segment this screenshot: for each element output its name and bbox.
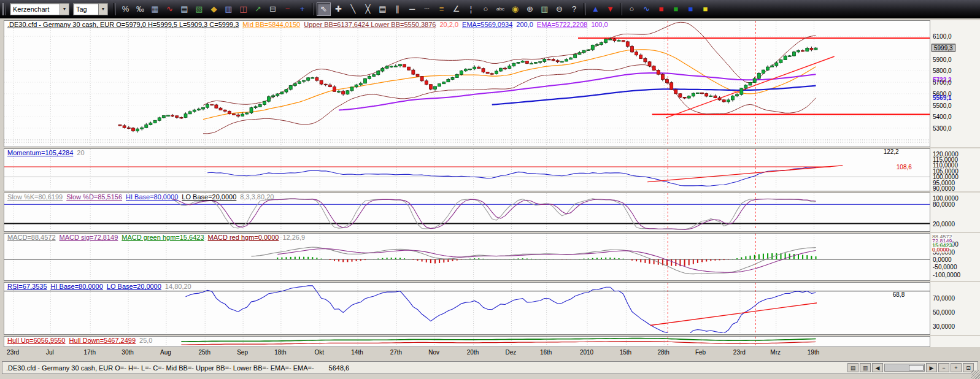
hatch-tool-icon[interactable]: ▤ (376, 2, 390, 16)
page-view-icon[interactable]: ▤ (847, 363, 858, 372)
momentum-plot-area: 122,2108,6Momentum=105,428420 (4, 148, 930, 191)
macd-plot-area: MACD=88,4572MACD sig=72,8149MACD green h… (4, 233, 930, 281)
grid-toggle-icon[interactable]: ▦ (148, 2, 162, 16)
color-yellow-icon[interactable]: ■ (698, 2, 712, 16)
chart-type-select[interactable]: Kerzenchart ▼ (10, 3, 69, 15)
zoom-out-icon[interactable]: ⊖ (552, 2, 566, 16)
main-plot-canvas[interactable] (4, 21, 930, 145)
window-resize-grip[interactable] (971, 370, 980, 379)
pointer-tool-icon[interactable]: ⇖ (317, 2, 331, 16)
zoom-in-icon[interactable]: ⊕ (523, 2, 537, 16)
axis-label: -50,0000 (933, 264, 957, 270)
date-label: 27th (390, 349, 402, 356)
ema200-value-tag: 5569,1 (933, 94, 952, 101)
zoom-in-icon[interactable]: + (951, 363, 962, 372)
scroll-left-icon[interactable]: ◀ (872, 363, 883, 372)
color-blue-icon[interactable]: ■ (684, 2, 698, 16)
status-value: 5648,6 (329, 364, 350, 372)
line-value-label: 122,2 (884, 148, 899, 155)
date-label: Sep (237, 349, 248, 356)
candle-style-icon[interactable]: ◫ (236, 2, 250, 16)
measure-tool-icon[interactable]: ¦ (464, 2, 478, 16)
date-label: 2010 (580, 349, 593, 356)
axis-label: -100,0000 (933, 271, 960, 278)
header-segment: HI Base=80,0000 (126, 193, 178, 201)
hull-panel: Hull Up=6056,9550Hull Down=5467,249925,0 (4, 336, 980, 347)
rsi-panel: 68,8RSI=67,3535HI Base=80,0000LO Base=20… (4, 282, 980, 335)
date-label: 25th (199, 349, 210, 356)
zoom-out-icon[interactable]: − (938, 363, 949, 372)
period-select[interactable]: Tag ▼ (73, 3, 108, 15)
hand-tool-icon[interactable]: ✚ (331, 2, 345, 16)
price-plot-area: .DE30.cfd - Germany 30 cash, EUR O=5979,… (4, 20, 930, 147)
hull-yaxis (930, 336, 980, 347)
axis-label: 5400,0 (933, 113, 952, 120)
momentum-header: Momentum=105,428420 (7, 149, 88, 156)
date-label: Okt (314, 349, 324, 356)
momentum-plot-canvas[interactable] (4, 149, 930, 190)
arrow-up-marker-icon[interactable]: ▲ (588, 2, 603, 16)
watchlist-icon[interactable]: ▥ (222, 2, 236, 16)
rsi-yaxis: 70,000050,000030,0000 (930, 282, 980, 335)
angle-tool-icon[interactable]: ∠ (449, 2, 463, 16)
chart-list-icon[interactable]: ▥ (860, 363, 871, 372)
date-label: 30th (122, 349, 133, 356)
rsi-plot-canvas[interactable] (4, 283, 930, 333)
axis-label: 30,0000 (933, 323, 955, 329)
text-tool-icon[interactable]: abc (493, 2, 507, 16)
circle-marker-icon[interactable]: ○ (625, 2, 639, 16)
remove-indicator-icon[interactable]: − (280, 2, 295, 16)
axis-label: 6100,0 (933, 33, 952, 40)
add-indicator-icon[interactable]: + (295, 2, 309, 16)
indicator-subwindow-icon[interactable]: ⊟ (266, 2, 280, 16)
header-segment: Hull Up=6056,9550 (7, 337, 66, 344)
axis-label: 5900,0 (933, 56, 952, 63)
header-segment: Slow %K=80,6199 (7, 193, 63, 201)
color-green-icon[interactable]: ■ (669, 2, 683, 16)
date-axis: 23rdJul17th30thAug25thSep18thOkt14th27th… (4, 347, 930, 358)
scale-permille-icon[interactable]: ‰ (133, 2, 147, 16)
trendline-tool-icon[interactable]: ╲ (346, 2, 360, 16)
header-segment: HI Base=80,0000 (51, 283, 103, 290)
arrow-down-marker-icon[interactable]: ▼ (603, 2, 617, 16)
chart-page-icon[interactable]: ▤ (177, 2, 191, 16)
chart-snapshot-icon[interactable]: ▥ (538, 2, 552, 16)
header-segment: MACD sig=72,8149 (60, 234, 118, 241)
stochastic-panel: Slow %K=80,6199Slow %D=85,5156HI Base=80… (4, 193, 980, 232)
chevron-down-icon: ▼ (98, 4, 107, 15)
header-segment: LO Base=20,0000 (182, 193, 236, 201)
date-label: 14th (351, 349, 363, 356)
axis-label: 5500,0 (933, 102, 952, 109)
scroll-right-icon[interactable]: ▶ (926, 363, 937, 372)
toolbar-separator (620, 3, 622, 15)
period-value: Tag (74, 6, 90, 13)
date-label: Dez (505, 349, 516, 356)
trend-arrow-icon[interactable]: ↗ (251, 2, 265, 16)
date-label: 15th (620, 349, 631, 356)
header-segment: RSI=67,3535 (7, 283, 47, 290)
stochastic-header: Slow %K=80,6199Slow %D=85,5156HI Base=80… (7, 193, 277, 201)
date-label: 18th (274, 349, 286, 356)
date-label: Feb (695, 349, 706, 356)
header-segment: 20,2,0 (439, 21, 458, 28)
fill-color-icon[interactable]: ◉ (508, 2, 522, 16)
scrollbar-thumb[interactable] (909, 365, 924, 370)
save-template-icon[interactable]: ▧ (192, 2, 206, 16)
ellipse-tool-icon[interactable]: ○ (479, 2, 493, 16)
toolbar-grip[interactable] (2, 3, 6, 15)
toolbar-separator (584, 3, 586, 15)
help-icon[interactable]: ? (567, 2, 581, 16)
scale-percent-icon[interactable]: % (118, 2, 133, 16)
crossline-tool-icon[interactable]: ╳ (361, 2, 375, 16)
objects-diamond-icon[interactable]: ◆ (207, 2, 221, 16)
color-red-icon[interactable]: ■ (654, 2, 668, 16)
horizontal-line-icon[interactable]: ─ (405, 2, 419, 16)
parallel-channel-icon[interactable]: ∥ (390, 2, 404, 16)
header-segment: MACD=88,4572 (7, 234, 56, 241)
h-scrollbar[interactable] (884, 364, 925, 372)
indicator-value-tag: 0,0000 (932, 247, 949, 253)
zigzag-indicator-icon[interactable]: ∿ (163, 2, 177, 16)
fibonacci-tool-icon[interactable]: ≡ (434, 2, 449, 16)
wave-indicator-icon[interactable]: ∿ (639, 2, 654, 16)
polyline-tool-icon[interactable]: ┄ (420, 2, 434, 16)
